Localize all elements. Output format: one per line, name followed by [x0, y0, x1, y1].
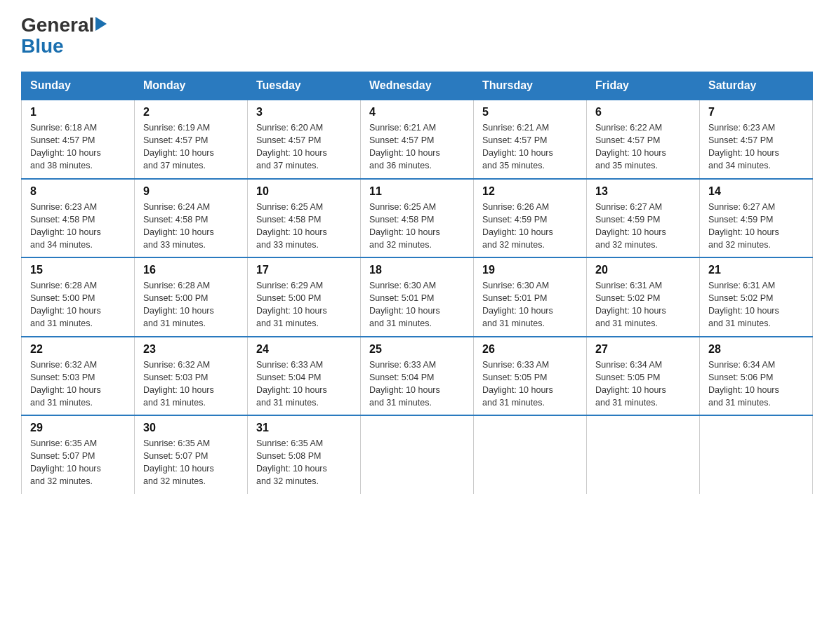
calendar-table: SundayMondayTuesdayWednesdayThursdayFrid…: [21, 72, 813, 494]
day-cell: 12 Sunrise: 6:26 AM Sunset: 4:59 PM Dayl…: [474, 179, 587, 258]
day-info: Sunrise: 6:28 AM Sunset: 5:00 PM Dayligh…: [30, 279, 126, 330]
day-cell: 13 Sunrise: 6:27 AM Sunset: 4:59 PM Dayl…: [587, 179, 700, 258]
day-info: Sunrise: 6:35 AM Sunset: 5:08 PM Dayligh…: [256, 437, 352, 488]
day-info: Sunrise: 6:21 AM Sunset: 4:57 PM Dayligh…: [369, 121, 465, 173]
day-cell: 30 Sunrise: 6:35 AM Sunset: 5:07 PM Dayl…: [135, 415, 248, 494]
day-number: 25: [369, 343, 465, 356]
day-number: 22: [30, 343, 126, 356]
day-info: Sunrise: 6:34 AM Sunset: 5:05 PM Dayligh…: [595, 358, 691, 410]
day-info: Sunrise: 6:20 AM Sunset: 4:57 PM Dayligh…: [256, 121, 352, 173]
day-number: 29: [30, 422, 126, 434]
day-number: 13: [595, 185, 691, 198]
day-info: Sunrise: 6:21 AM Sunset: 4:57 PM Dayligh…: [482, 121, 578, 173]
day-number: 2: [143, 106, 239, 119]
day-cell: 15 Sunrise: 6:28 AM Sunset: 5:00 PM Dayl…: [22, 257, 135, 337]
day-number: 15: [30, 264, 126, 276]
week-row-5: 29 Sunrise: 6:35 AM Sunset: 5:07 PM Dayl…: [22, 415, 813, 494]
day-info: Sunrise: 6:33 AM Sunset: 5:04 PM Dayligh…: [256, 358, 352, 410]
day-number: 12: [482, 185, 578, 198]
day-number: 30: [143, 422, 239, 434]
day-number: 31: [256, 422, 352, 434]
day-cell: 24 Sunrise: 6:33 AM Sunset: 5:04 PM Dayl…: [248, 337, 361, 416]
day-info: Sunrise: 6:33 AM Sunset: 5:04 PM Dayligh…: [369, 358, 465, 410]
day-cell: 22 Sunrise: 6:32 AM Sunset: 5:03 PM Dayl…: [22, 337, 135, 416]
day-cell: 6 Sunrise: 6:22 AM Sunset: 4:57 PM Dayli…: [587, 100, 700, 179]
day-info: Sunrise: 6:24 AM Sunset: 4:58 PM Dayligh…: [143, 201, 239, 252]
logo-blue-text: Blue: [21, 35, 107, 58]
day-number: 5: [482, 106, 578, 119]
week-row-1: 1 Sunrise: 6:18 AM Sunset: 4:57 PM Dayli…: [22, 100, 813, 179]
day-cell: 28 Sunrise: 6:34 AM Sunset: 5:06 PM Dayl…: [700, 337, 813, 416]
day-cell: 1 Sunrise: 6:18 AM Sunset: 4:57 PM Dayli…: [22, 100, 135, 179]
day-info: Sunrise: 6:25 AM Sunset: 4:58 PM Dayligh…: [256, 201, 352, 252]
day-info: Sunrise: 6:26 AM Sunset: 4:59 PM Dayligh…: [482, 201, 578, 252]
col-header-friday: Friday: [587, 72, 700, 100]
week-row-2: 8 Sunrise: 6:23 AM Sunset: 4:58 PM Dayli…: [22, 179, 813, 258]
day-cell: 8 Sunrise: 6:23 AM Sunset: 4:58 PM Dayli…: [22, 179, 135, 258]
day-info: Sunrise: 6:23 AM Sunset: 4:57 PM Dayligh…: [708, 121, 804, 173]
logo-general-text: General: [21, 14, 94, 36]
day-info: Sunrise: 6:31 AM Sunset: 5:02 PM Dayligh…: [595, 279, 691, 330]
day-info: Sunrise: 6:32 AM Sunset: 5:03 PM Dayligh…: [30, 358, 126, 410]
day-info: Sunrise: 6:30 AM Sunset: 5:01 PM Dayligh…: [482, 279, 578, 330]
day-number: 10: [256, 185, 352, 198]
col-header-tuesday: Tuesday: [248, 72, 361, 100]
day-info: Sunrise: 6:27 AM Sunset: 4:59 PM Dayligh…: [708, 201, 804, 252]
day-cell: [587, 415, 700, 494]
col-header-wednesday: Wednesday: [361, 72, 474, 100]
day-info: Sunrise: 6:32 AM Sunset: 5:03 PM Dayligh…: [143, 358, 239, 410]
day-number: 17: [256, 264, 352, 276]
day-number: 24: [256, 343, 352, 356]
day-cell: 29 Sunrise: 6:35 AM Sunset: 5:07 PM Dayl…: [22, 415, 135, 494]
day-cell: 11 Sunrise: 6:25 AM Sunset: 4:58 PM Dayl…: [361, 179, 474, 258]
day-cell: 26 Sunrise: 6:33 AM Sunset: 5:05 PM Dayl…: [474, 337, 587, 416]
col-header-saturday: Saturday: [700, 72, 813, 100]
header-row: SundayMondayTuesdayWednesdayThursdayFrid…: [22, 72, 813, 100]
week-row-4: 22 Sunrise: 6:32 AM Sunset: 5:03 PM Dayl…: [22, 337, 813, 416]
col-header-monday: Monday: [135, 72, 248, 100]
day-number: 1: [30, 106, 126, 119]
day-info: Sunrise: 6:22 AM Sunset: 4:57 PM Dayligh…: [595, 121, 691, 173]
day-cell: 31 Sunrise: 6:35 AM Sunset: 5:08 PM Dayl…: [248, 415, 361, 494]
day-info: Sunrise: 6:35 AM Sunset: 5:07 PM Dayligh…: [30, 437, 126, 488]
day-number: 3: [256, 106, 352, 119]
day-cell: 10 Sunrise: 6:25 AM Sunset: 4:58 PM Dayl…: [248, 179, 361, 258]
day-number: 7: [708, 106, 804, 119]
day-cell: 16 Sunrise: 6:28 AM Sunset: 5:00 PM Dayl…: [135, 257, 248, 337]
day-number: 9: [143, 185, 239, 198]
day-number: 18: [369, 264, 465, 276]
day-info: Sunrise: 6:30 AM Sunset: 5:01 PM Dayligh…: [369, 279, 465, 330]
day-cell: 18 Sunrise: 6:30 AM Sunset: 5:01 PM Dayl…: [361, 257, 474, 337]
day-cell: [474, 415, 587, 494]
day-info: Sunrise: 6:33 AM Sunset: 5:05 PM Dayligh…: [482, 358, 578, 410]
day-info: Sunrise: 6:27 AM Sunset: 4:59 PM Dayligh…: [595, 201, 691, 252]
day-info: Sunrise: 6:31 AM Sunset: 5:02 PM Dayligh…: [708, 279, 804, 330]
day-cell: 23 Sunrise: 6:32 AM Sunset: 5:03 PM Dayl…: [135, 337, 248, 416]
day-number: 28: [708, 343, 804, 356]
day-cell: 14 Sunrise: 6:27 AM Sunset: 4:59 PM Dayl…: [700, 179, 813, 258]
day-number: 14: [708, 185, 804, 198]
week-row-3: 15 Sunrise: 6:28 AM Sunset: 5:00 PM Dayl…: [22, 257, 813, 337]
day-info: Sunrise: 6:18 AM Sunset: 4:57 PM Dayligh…: [30, 121, 126, 173]
day-cell: [361, 415, 474, 494]
logo: General Blue: [21, 14, 107, 58]
day-info: Sunrise: 6:25 AM Sunset: 4:58 PM Dayligh…: [369, 201, 465, 252]
day-number: 8: [30, 185, 126, 198]
col-header-thursday: Thursday: [474, 72, 587, 100]
logo-arrow-icon: [95, 17, 107, 31]
page-header: General Blue: [21, 14, 813, 58]
day-number: 23: [143, 343, 239, 356]
day-cell: 7 Sunrise: 6:23 AM Sunset: 4:57 PM Dayli…: [700, 100, 813, 179]
day-cell: 2 Sunrise: 6:19 AM Sunset: 4:57 PM Dayli…: [135, 100, 248, 179]
day-number: 27: [595, 343, 691, 356]
day-info: Sunrise: 6:19 AM Sunset: 4:57 PM Dayligh…: [143, 121, 239, 173]
day-number: 4: [369, 106, 465, 119]
day-number: 21: [708, 264, 804, 276]
day-info: Sunrise: 6:29 AM Sunset: 5:00 PM Dayligh…: [256, 279, 352, 330]
day-number: 26: [482, 343, 578, 356]
day-info: Sunrise: 6:28 AM Sunset: 5:00 PM Dayligh…: [143, 279, 239, 330]
day-number: 6: [595, 106, 691, 119]
day-info: Sunrise: 6:23 AM Sunset: 4:58 PM Dayligh…: [30, 201, 126, 252]
day-cell: 5 Sunrise: 6:21 AM Sunset: 4:57 PM Dayli…: [474, 100, 587, 179]
day-cell: 21 Sunrise: 6:31 AM Sunset: 5:02 PM Dayl…: [700, 257, 813, 337]
